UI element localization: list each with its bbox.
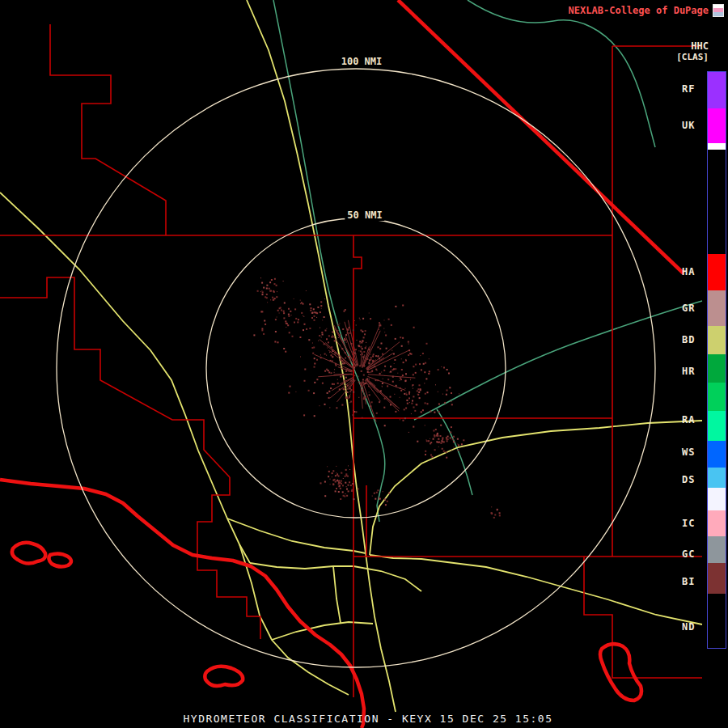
river-lines [273, 0, 702, 522]
ring-label-50nmi: 50 NMI [345, 210, 384, 221]
highway-lines [0, 0, 702, 712]
island [600, 644, 641, 700]
island [49, 553, 71, 566]
source-credit: NEXLAB-College of DuPage [569, 5, 709, 16]
product-title: HYDROMETEOR CLASSIFICATION - KEYX 15 DEC… [0, 713, 728, 725]
legend-label-ws: WS [682, 447, 695, 458]
legend-label-ic: IC [682, 518, 695, 529]
legend-bar [707, 71, 726, 649]
legend-segment [708, 411, 726, 441]
legend-label-uk: UK [682, 120, 695, 131]
legend-segment [708, 254, 726, 290]
product-code: HHC [691, 40, 709, 52]
legend-label-gc: GC [682, 548, 695, 560]
legend-segment [708, 594, 726, 648]
legend-label-nd: ND [682, 621, 695, 633]
legend-label-ds: DS [682, 474, 695, 485]
island [205, 667, 243, 686]
legend-segment [708, 468, 726, 488]
legend-label-ha: HA [682, 266, 695, 277]
ring-label-100nmi: 100 NMI [339, 56, 385, 67]
legend-segment [708, 510, 726, 536]
legend-segment [708, 563, 726, 594]
radar-echoes [253, 277, 500, 518]
state-line-diagonal [398, 0, 684, 273]
legend-segment [708, 72, 726, 108]
radar-map[interactable] [0, 0, 728, 728]
legend-segment [708, 383, 726, 411]
legend-segment [708, 488, 726, 510]
legend-segment [708, 150, 726, 254]
island [12, 543, 45, 564]
legend-label-hr: HR [682, 366, 695, 377]
product-mode: [CLAS] [676, 52, 709, 62]
border-lines [0, 0, 684, 728]
legend-label-bi: BI [682, 576, 695, 587]
legend-segment [708, 143, 726, 150]
page-icon [713, 4, 724, 17]
legend-segment [708, 441, 726, 468]
legend-segment [708, 354, 726, 383]
range-ring-50 [206, 218, 506, 518]
legend-segment [708, 536, 726, 563]
coastline [0, 480, 364, 728]
radar-display: 100 NMI 50 NMI NEXLAB-College of DuPage … [0, 0, 728, 728]
legend-label-gr: GR [682, 303, 695, 314]
legend-segment [708, 290, 726, 326]
legend-label-rf: RF [682, 83, 695, 95]
legend-segment [708, 108, 726, 143]
legend-segment [708, 326, 726, 354]
legend-label-bd: BD [682, 334, 695, 345]
legend-label-ra: RA [682, 414, 695, 425]
